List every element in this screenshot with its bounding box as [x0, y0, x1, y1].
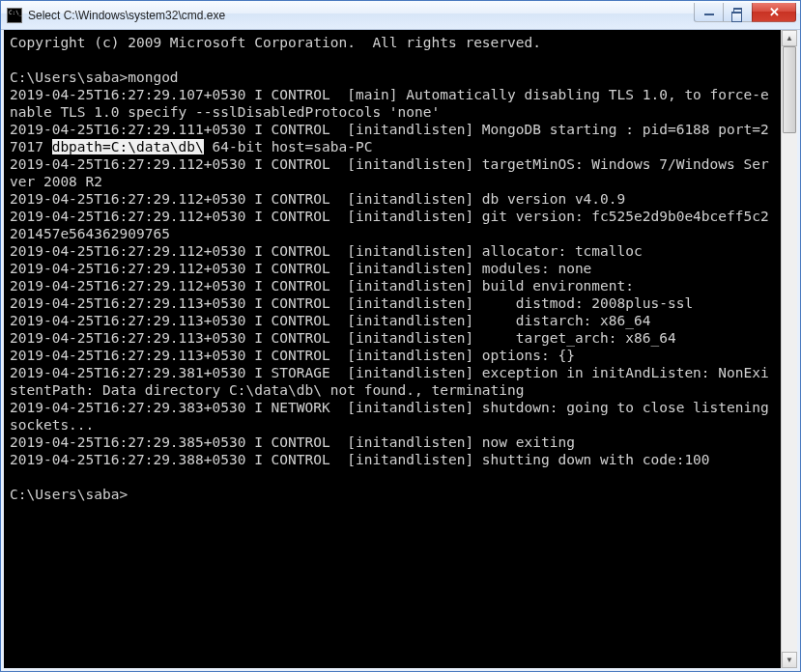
line: 2019-04-25T16:27:29.388+0530 I CONTROL […	[10, 452, 710, 467]
client-area: Copyright (c) 2009 Microsoft Corporation…	[1, 30, 800, 671]
minimize-button[interactable]	[694, 3, 723, 22]
line: 2019-04-25T16:27:29.383+0530 I NETWORK […	[10, 400, 777, 433]
line: 2019-04-25T16:27:29.385+0530 I CONTROL […	[10, 434, 575, 450]
line: 2019-04-25T16:27:29.112+0530 I CONTROL […	[10, 243, 643, 259]
line: 64-bit host=saba-PC	[204, 139, 373, 154]
line: 2019-04-25T16:27:29.112+0530 I CONTROL […	[10, 156, 769, 189]
maximize-button[interactable]	[723, 3, 752, 22]
line: 2019-04-25T16:27:29.113+0530 I CONTROL […	[10, 348, 575, 363]
line: 2019-04-25T16:27:29.113+0530 I CONTROL […	[10, 330, 676, 346]
prompt-line: C:\Users\saba>	[10, 487, 128, 502]
scrollbar-thumb[interactable]	[783, 46, 796, 133]
maximize-icon	[733, 8, 742, 15]
close-icon: ✕	[769, 6, 780, 18]
line: 2019-04-25T16:27:29.112+0530 I CONTROL […	[10, 209, 769, 241]
scroll-up-button[interactable]: ▲	[782, 30, 797, 46]
highlighted-text[interactable]: dbpath=C:\data\db\	[52, 139, 204, 154]
window-controls: ✕	[694, 3, 796, 22]
line: Copyright (c) 2009 Microsoft Corporation…	[10, 35, 541, 50]
window-title: Select C:\Windows\system32\cmd.exe	[26, 9, 690, 22]
cmd-app-icon	[7, 8, 22, 23]
terminal-output[interactable]: Copyright (c) 2009 Microsoft Corporation…	[4, 30, 781, 668]
scroll-down-button[interactable]: ▼	[782, 652, 797, 668]
line: 2019-04-25T16:27:29.381+0530 I STORAGE […	[10, 365, 769, 398]
line: 2019-04-25T16:27:29.113+0530 I CONTROL […	[10, 313, 650, 328]
minimize-icon	[704, 14, 714, 15]
titlebar[interactable]: Select C:\Windows\system32\cmd.exe ✕	[1, 1, 800, 30]
scrollbar-track[interactable]	[782, 46, 797, 652]
vertical-scrollbar[interactable]: ▲ ▼	[781, 30, 797, 668]
line: 2019-04-25T16:27:29.112+0530 I CONTROL […	[10, 191, 625, 207]
line: 2019-04-25T16:27:29.112+0530 I CONTROL […	[10, 278, 634, 294]
close-button[interactable]: ✕	[752, 3, 796, 22]
line: 2019-04-25T16:27:29.112+0530 I CONTROL […	[10, 261, 591, 276]
line: 2019-04-25T16:27:29.113+0530 I CONTROL […	[10, 295, 693, 311]
prompt-line: C:\Users\saba>mongod	[10, 70, 179, 85]
line: 2019-04-25T16:27:29.107+0530 I CONTROL […	[10, 87, 769, 120]
cmd-window: Select C:\Windows\system32\cmd.exe ✕ Cop…	[0, 0, 801, 672]
